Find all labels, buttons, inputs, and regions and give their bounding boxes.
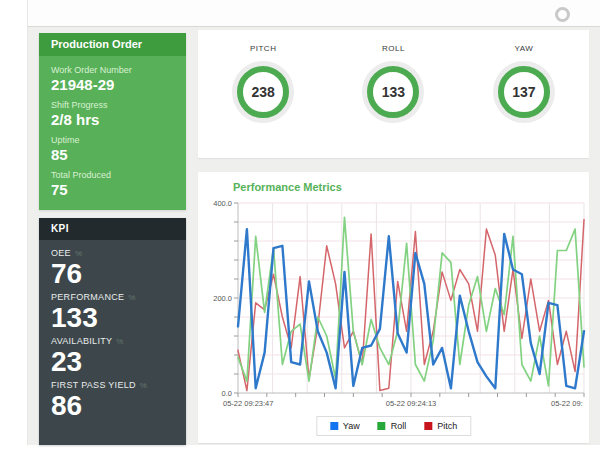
field-label: Uptime xyxy=(51,135,174,145)
x-axis-tick: 05-22 09:24:13 xyxy=(386,399,436,408)
performance-metrics-panel: Performance Metrics 400.0 200.0 0.0 05-2… xyxy=(198,172,589,443)
kpi-unit: % xyxy=(140,381,147,390)
dashboard-app: Production Order Work Order Number 21948… xyxy=(0,0,600,450)
kpi-panel: KPI OEE% 76 PERFORMANCE% 133 AVAILABILIT… xyxy=(39,218,186,445)
chart-title: Performance Metrics xyxy=(233,181,342,193)
gauge-value: 238 xyxy=(251,84,274,100)
kpi-label-text: FIRST PASS YIELD xyxy=(51,380,136,390)
x-axis-tick: 05-22 09:23:47 xyxy=(223,399,273,408)
field-shift-progress: Shift Progress 2/8 hrs xyxy=(51,100,174,128)
y-axis-tick: 400.0 xyxy=(202,199,232,208)
gauge-roll: ROLL 133 xyxy=(367,44,419,118)
gauge-label: YAW xyxy=(498,44,550,53)
chart-legend: Yaw Roll Pitch xyxy=(316,416,471,436)
kpi-title: KPI xyxy=(39,218,186,240)
legend-label: Yaw xyxy=(343,421,360,431)
field-value: 85 xyxy=(51,146,174,163)
production-order-body: Work Order Number 21948-29 Shift Progres… xyxy=(39,56,186,198)
field-value: 21948-29 xyxy=(51,76,174,93)
kpi-unit: % xyxy=(116,337,123,346)
field-total-produced: Total Produced 75 xyxy=(51,170,174,198)
field-work-order-number: Work Order Number 21948-29 xyxy=(51,65,174,93)
legend-item-roll[interactable]: Roll xyxy=(378,421,407,431)
legend-swatch-pitch xyxy=(424,422,432,430)
legend-item-yaw[interactable]: Yaw xyxy=(330,421,360,431)
performance-chart xyxy=(238,203,584,393)
kpi-label: AVAILABILITY% xyxy=(51,336,174,346)
field-label: Work Order Number xyxy=(51,65,174,75)
gauge-yaw: YAW 137 xyxy=(498,44,550,118)
production-order-title: Production Order xyxy=(39,33,186,56)
kpi-label: OEE% xyxy=(51,248,174,258)
gauges-panel: PITCH 238 ROLL 133 YAW 137 xyxy=(198,30,589,158)
gauge-label: PITCH xyxy=(237,44,289,53)
gauge-ring: 133 xyxy=(367,66,419,118)
gauge-label: ROLL xyxy=(367,44,419,53)
kpi-label: FIRST PASS YIELD% xyxy=(51,380,174,390)
kpi-body: OEE% 76 PERFORMANCE% 133 AVAILABILITY% 2… xyxy=(39,240,186,421)
kpi-unit: % xyxy=(75,249,82,258)
gauge-pitch: PITCH 238 xyxy=(237,44,289,118)
gauge-ring: 238 xyxy=(237,66,289,118)
kpi-label: PERFORMANCE% xyxy=(51,292,174,302)
kpi-label-text: AVAILABILITY xyxy=(51,336,112,346)
gauge-value: 133 xyxy=(382,84,405,100)
field-value: 2/8 hrs xyxy=(51,111,174,128)
kpi-label-text: PERFORMANCE xyxy=(51,292,124,302)
gauge-ring: 137 xyxy=(498,66,550,118)
field-label: Shift Progress xyxy=(51,100,174,110)
chart-plot-area xyxy=(238,203,554,393)
kpi-value: 86 xyxy=(51,390,174,421)
x-axis-tick: 05-22 09: xyxy=(551,399,583,408)
legend-item-pitch[interactable]: Pitch xyxy=(424,421,457,431)
kpi-value: 133 xyxy=(51,302,174,333)
kpi-value: 76 xyxy=(51,258,174,289)
gauge-value: 137 xyxy=(512,84,535,100)
kpi-value: 23 xyxy=(51,346,174,377)
production-order-panel: Production Order Work Order Number 21948… xyxy=(39,33,186,210)
field-uptime: Uptime 85 xyxy=(51,135,174,163)
kpi-item-performance: PERFORMANCE% 133 xyxy=(51,292,174,333)
legend-label: Pitch xyxy=(437,421,457,431)
y-axis-tick: 0.0 xyxy=(202,389,232,398)
kpi-item-oee: OEE% 76 xyxy=(51,248,174,289)
dashboard-content: Production Order Work Order Number 21948… xyxy=(27,27,600,445)
legend-swatch-roll xyxy=(378,422,386,430)
kpi-label-text: OEE xyxy=(51,248,71,258)
kpi-item-availability: AVAILABILITY% 23 xyxy=(51,336,174,377)
field-label: Total Produced xyxy=(51,170,174,180)
y-axis-tick: 200.0 xyxy=(202,294,232,303)
kpi-unit: % xyxy=(128,293,135,302)
legend-swatch-yaw xyxy=(330,422,338,430)
kpi-item-first-pass-yield: FIRST PASS YIELD% 86 xyxy=(51,380,174,421)
top-bar xyxy=(27,0,600,27)
gear-icon[interactable] xyxy=(555,7,570,22)
legend-label: Roll xyxy=(391,421,407,431)
field-value: 75 xyxy=(51,181,174,198)
